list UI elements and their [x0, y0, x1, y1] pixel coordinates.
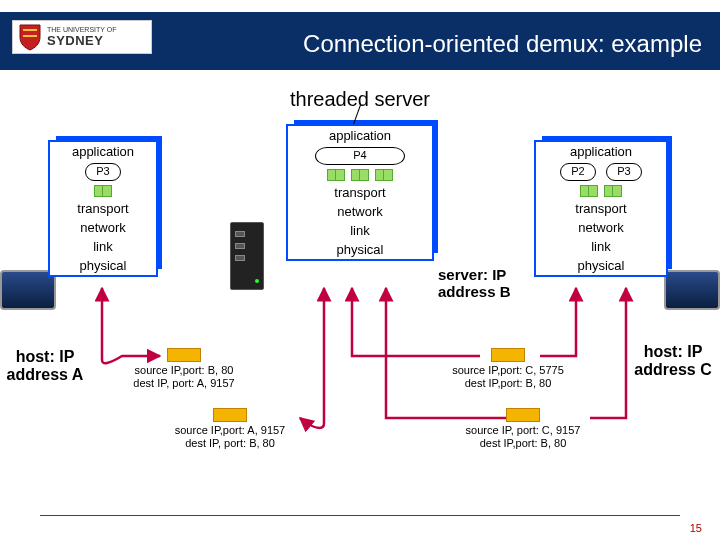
socket-icon	[327, 169, 345, 179]
page-number: 15	[690, 522, 702, 534]
stack-server-b: application P4 transport network link ph…	[286, 124, 434, 261]
diagram-canvas: application P3 transport network link ph…	[0, 118, 720, 478]
proc-p3-c: P3	[606, 163, 642, 181]
university-logo: THE UNIVERSITY OF SYDNEY	[12, 20, 152, 54]
label-physical: physical	[50, 256, 156, 275]
socket-icon	[375, 169, 393, 179]
label-network: network	[536, 218, 666, 237]
packet-line1: source IP, port: C, 9157	[440, 424, 606, 437]
label-transport: transport	[288, 183, 432, 202]
label-application: application	[288, 126, 432, 145]
server-b-text: server: IP address B	[438, 266, 511, 300]
packet-line2: dest IP, port: B, 80	[150, 437, 310, 450]
svg-rect-1	[23, 35, 37, 37]
packet-line2: dest IP, port: A, 9157	[108, 377, 260, 390]
label-transport: transport	[536, 199, 666, 218]
packet-header-icon	[213, 408, 247, 422]
proc-p2: P2	[560, 163, 596, 181]
packet-line1: source IP,port: C, 5775	[428, 364, 588, 377]
label-server-b: server: IP address B	[438, 266, 538, 301]
packet-c-to-b-1: source IP,port: C, 5775 dest IP,port: B,…	[428, 348, 588, 389]
packet-line2: dest IP,port: B, 80	[428, 377, 588, 390]
label-link: link	[50, 237, 156, 256]
socket-icon	[94, 185, 112, 195]
label-physical: physical	[288, 240, 432, 259]
host-c-text: host: IP address C	[634, 343, 711, 378]
proc-p4: P4	[315, 147, 405, 165]
socket-icon	[580, 185, 598, 195]
socket-icon	[604, 185, 622, 195]
packet-a-to-b: source IP,port: A, 9157 dest IP, port: B…	[150, 408, 310, 449]
packet-line2: dest IP,port: B, 80	[440, 437, 606, 450]
proc-p3-a: P3	[85, 163, 121, 181]
packet-header-icon	[491, 348, 525, 362]
packet-b-to-a: source IP,port: B, 80 dest IP, port: A, …	[108, 348, 260, 389]
packet-header-icon	[506, 408, 540, 422]
slide-title: Connection-oriented demux: example	[200, 30, 710, 58]
university-text: THE UNIVERSITY OF SYDNEY	[47, 26, 117, 48]
label-network: network	[288, 202, 432, 221]
label-transport: transport	[50, 199, 156, 218]
socket-icon	[351, 169, 369, 179]
host-a-text: host: IP address A	[7, 348, 84, 383]
stack-host-c: application P2 P3 transport network link…	[534, 140, 668, 277]
monitor-c-icon	[664, 270, 720, 310]
label-physical: physical	[536, 256, 666, 275]
label-link: link	[288, 221, 432, 240]
packet-header-icon	[167, 348, 201, 362]
stack-host-a: application P3 transport network link ph…	[48, 140, 158, 277]
label-application: application	[50, 142, 156, 161]
footer-rule	[40, 515, 680, 516]
label-link: link	[536, 237, 666, 256]
packet-line1: source IP,port: B, 80	[108, 364, 260, 377]
packet-c-to-b-2: source IP, port: C, 9157 dest IP,port: B…	[440, 408, 606, 449]
uni-name: SYDNEY	[47, 34, 117, 48]
label-application: application	[536, 142, 666, 161]
packet-line1: source IP,port: A, 9157	[150, 424, 310, 437]
label-host-c: host: IP address C	[628, 343, 718, 380]
crest-icon	[17, 23, 43, 51]
label-host-a: host: IP address A	[0, 348, 90, 385]
label-network: network	[50, 218, 156, 237]
server-icon	[230, 222, 264, 290]
svg-rect-0	[23, 29, 37, 31]
